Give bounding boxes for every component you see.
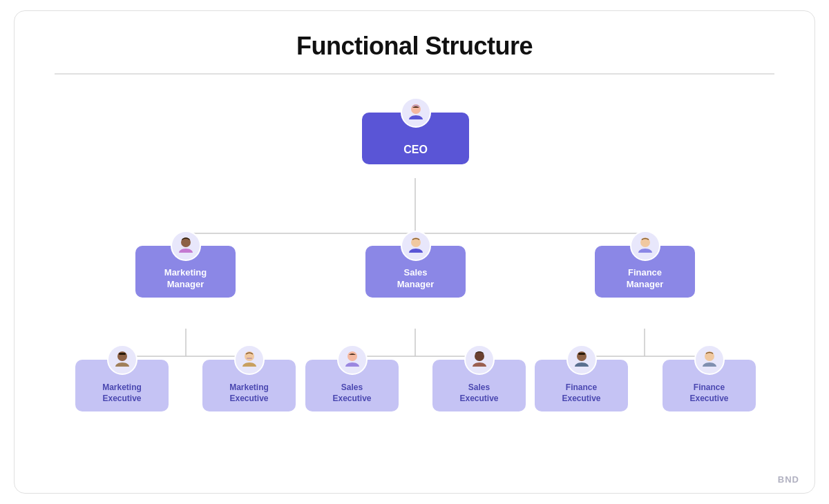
sales-manager-box: SalesManager (365, 246, 466, 298)
svg-point-35 (475, 352, 483, 360)
marketing-manager-label: MarketingManager (159, 267, 212, 291)
marketing-exec2-label: MarketingExecutive (224, 382, 274, 404)
sales-exec2-box: SalesExecutive (432, 360, 526, 411)
org-chart: CEO MarketingManager (15, 75, 814, 494)
finance-exec2-node: FinanceExecutive (663, 360, 756, 411)
sales-exec1-box: SalesExecutive (305, 360, 399, 411)
sales-exec1-label: SalesExecutive (327, 382, 377, 404)
finance-exec2-label: FinanceExecutive (684, 382, 734, 404)
marketing-manager-box: MarketingManager (135, 246, 236, 298)
ceo-box: CEO (362, 113, 469, 164)
ceo-label: CEO (398, 143, 433, 157)
watermark: BND (778, 474, 799, 485)
sales-exec1-avatar (337, 345, 368, 375)
page-container: Functional Structure (14, 10, 815, 494)
marketing-exec1-label: MarketingExecutive (97, 382, 147, 404)
marketing-exec1-node: MarketingExecutive (75, 360, 169, 411)
svg-rect-28 (119, 353, 126, 355)
marketing-exec1-avatar (107, 345, 137, 375)
marketing-manager-avatar (171, 231, 201, 261)
finance-exec2-box: FinanceExecutive (663, 360, 756, 411)
sales-exec2-node: SalesExecutive (432, 360, 526, 411)
finance-exec1-label: FinanceExecutive (556, 382, 606, 404)
finance-exec1-box: FinanceExecutive (535, 360, 628, 411)
marketing-exec2-box: MarketingExecutive (202, 360, 296, 411)
finance-exec1-node: FinanceExecutive (535, 360, 628, 411)
sales-manager-avatar (401, 231, 431, 261)
marketing-exec2-node: MarketingExecutive (202, 360, 296, 411)
ceo-node: CEO (362, 113, 469, 164)
sales-exec1-node: SalesExecutive (305, 360, 399, 411)
ceo-avatar (401, 97, 431, 128)
finance-manager-box: FinanceManager (595, 246, 695, 298)
svg-point-21 (182, 238, 189, 246)
sales-manager-node: SalesManager (365, 246, 466, 298)
sales-exec2-avatar (464, 345, 495, 375)
svg-rect-38 (578, 353, 585, 355)
finance-exec1-avatar (566, 345, 597, 375)
finance-exec2-avatar (694, 345, 725, 375)
sales-exec2-label: SalesExecutive (454, 382, 504, 404)
marketing-manager-node: MarketingManager (135, 246, 236, 298)
sales-manager-label: SalesManager (392, 267, 439, 291)
finance-manager-node: FinanceManager (595, 246, 695, 298)
marketing-exec2-avatar (234, 345, 265, 375)
marketing-exec1-box: MarketingExecutive (75, 360, 169, 411)
finance-manager-label: FinanceManager (621, 267, 669, 291)
svg-rect-31 (247, 358, 252, 359)
finance-manager-avatar (630, 231, 660, 261)
page-title: Functional Structure (296, 32, 533, 61)
